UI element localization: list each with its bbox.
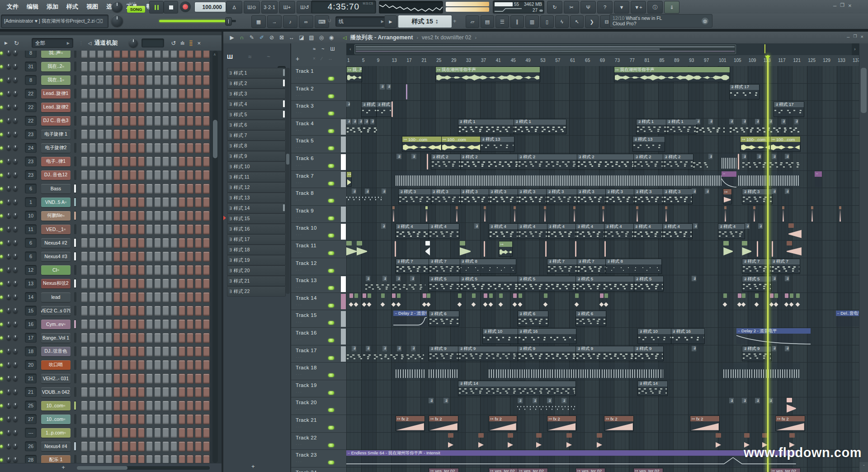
clip-hit[interactable] — [427, 293, 430, 309]
save-icon[interactable]: ▼ — [614, 1, 629, 14]
volume-knob[interactable] — [13, 254, 18, 259]
step-cell[interactable] — [89, 238, 96, 248]
track-header[interactable]: Track 2··· — [291, 84, 346, 101]
channel-button[interactable]: 何鹏file ≈ — [41, 211, 70, 221]
clip-pattern-mini[interactable]: ∃ — [785, 276, 789, 281]
step-cell[interactable] — [162, 129, 170, 140]
volume-knob[interactable] — [13, 199, 18, 205]
step-cell[interactable] — [113, 414, 121, 425]
playlist-minimize-button[interactable]: – — [847, 34, 849, 39]
step-cell[interactable] — [195, 211, 202, 221]
channel-led[interactable] — [0, 241, 3, 245]
step-cell[interactable] — [146, 129, 153, 140]
step-cell[interactable] — [130, 319, 137, 330]
clip-pattern-mini[interactable]: ∃ — [443, 398, 448, 403]
step-cell[interactable] — [203, 278, 210, 289]
channel-fader[interactable] — [74, 360, 76, 370]
step-cell[interactable] — [97, 346, 104, 357]
channel-target-lcd[interactable]: 22 — [25, 89, 37, 99]
link-icon[interactable]: ∞ — [299, 15, 313, 28]
clip-riser-tick[interactable] — [427, 154, 428, 170]
step-cell[interactable] — [154, 129, 161, 140]
step-cell[interactable] — [81, 89, 88, 99]
step-cell[interactable] — [138, 143, 145, 153]
step-cell[interactable] — [89, 292, 96, 302]
step-cell[interactable] — [170, 51, 178, 58]
step-cell[interactable] — [130, 129, 137, 140]
playlist-grid[interactable]: ↦我..声↦我在湖州等你干声↦我在湖州等你干声∃∃∃样式 17∃∃样式 17∃样… — [346, 66, 859, 472]
clip-pattern[interactable]: ∃样式 1 — [458, 119, 514, 135]
step-cell[interactable] — [105, 387, 113, 397]
step-cell[interactable] — [195, 102, 202, 113]
clip-pattern-mini[interactable]: ∃ — [729, 119, 734, 124]
step-cell[interactable] — [89, 346, 96, 357]
channel-target-lcd[interactable]: 21 — [25, 387, 37, 397]
step-cell[interactable] — [203, 360, 210, 370]
pattern-item[interactable]: ∃样式 10 — [227, 161, 286, 172]
track-mute-led[interactable] — [328, 94, 334, 98]
step-cell[interactable] — [81, 224, 88, 235]
pattern-spinner[interactable]: ▲▼ — [435, 19, 439, 24]
track-mute-led[interactable] — [328, 444, 334, 447]
step-cell[interactable] — [97, 170, 104, 180]
master-pitch-slider[interactable] — [446, 7, 489, 12]
clip-hit[interactable] — [513, 293, 517, 309]
pattern-item[interactable]: ∃样式 18 — [227, 245, 286, 255]
step-cell[interactable] — [162, 455, 170, 463]
step-cell[interactable] — [154, 278, 161, 289]
trash-icon[interactable]: ⌫ — [95, 18, 103, 24]
step-cell[interactable] — [154, 265, 161, 275]
volume-knob[interactable] — [13, 430, 18, 435]
step-cell[interactable] — [195, 251, 202, 262]
step-cell[interactable] — [105, 116, 113, 126]
channel-button[interactable]: Nexus4 #3 — [41, 252, 70, 261]
step-cell[interactable] — [81, 211, 88, 221]
step-cell[interactable] — [122, 61, 129, 72]
clip-pattern[interactable]: ∃样式 5 — [460, 276, 519, 292]
step-cell[interactable] — [97, 319, 104, 330]
step-cell[interactable] — [162, 197, 170, 208]
step-cell[interactable] — [187, 75, 194, 85]
step-cell[interactable] — [187, 333, 194, 343]
menu-4[interactable]: 视图 — [82, 3, 102, 11]
rack-swing-knob[interactable] — [129, 38, 138, 47]
clip-pattern-mini[interactable]: ∃ — [794, 119, 799, 124]
rack-vscrollbar[interactable] — [212, 51, 218, 463]
step-cell[interactable] — [97, 184, 104, 194]
clip-pattern-mini[interactable]: ∃ — [380, 84, 385, 90]
channel-target-lcd[interactable]: 14 — [25, 292, 37, 302]
playlist-minimap[interactable]: ‹ › — [346, 43, 859, 56]
pan-knob[interactable] — [7, 186, 11, 191]
clip-riser-tick[interactable] — [395, 241, 396, 257]
step-cell[interactable] — [187, 211, 194, 221]
pan-knob[interactable] — [7, 240, 11, 245]
channel-led[interactable] — [0, 458, 3, 462]
pattern-item[interactable]: ∃样式 17 — [227, 234, 286, 245]
step-cell[interactable] — [146, 387, 153, 397]
step-cell[interactable] — [113, 224, 121, 235]
channel-fader[interactable] — [74, 387, 76, 397]
step-cell[interactable] — [187, 224, 194, 235]
step-cell[interactable] — [138, 319, 145, 330]
step-cell[interactable] — [89, 278, 96, 289]
volume-knob[interactable] — [13, 403, 18, 408]
step-cell[interactable] — [162, 89, 170, 99]
step-cell[interactable] — [170, 61, 178, 72]
clip-pattern[interactable]: ∃样式 4 — [518, 223, 548, 239]
clip-pattern[interactable]: ∃样式 5 — [634, 276, 664, 292]
channel-target-lcd[interactable]: --- — [25, 428, 37, 438]
clip-pattern[interactable]: ∃样式 4 — [604, 223, 634, 239]
playlist-button-icon[interactable]: ▦ — [251, 15, 266, 28]
clip-pattern-mini[interactable]: ∃ — [708, 154, 713, 159]
touch-icon[interactable]: ↖ — [570, 15, 584, 28]
clip-sweep[interactable] — [742, 241, 751, 257]
volume-knob[interactable] — [13, 308, 18, 313]
clip-pattern[interactable]: ∃样式 9 — [634, 346, 664, 362]
step-cell[interactable] — [89, 360, 96, 370]
clip-pattern[interactable]: ∃样式 2 — [577, 154, 635, 170]
mic-icon[interactable]: Ψ — [580, 1, 596, 14]
step-cell[interactable] — [203, 414, 210, 425]
step-cell[interactable] — [170, 184, 178, 194]
step-cell[interactable] — [203, 428, 210, 438]
track-lane[interactable]: ∃∃∃样式 17 — [346, 84, 859, 101]
